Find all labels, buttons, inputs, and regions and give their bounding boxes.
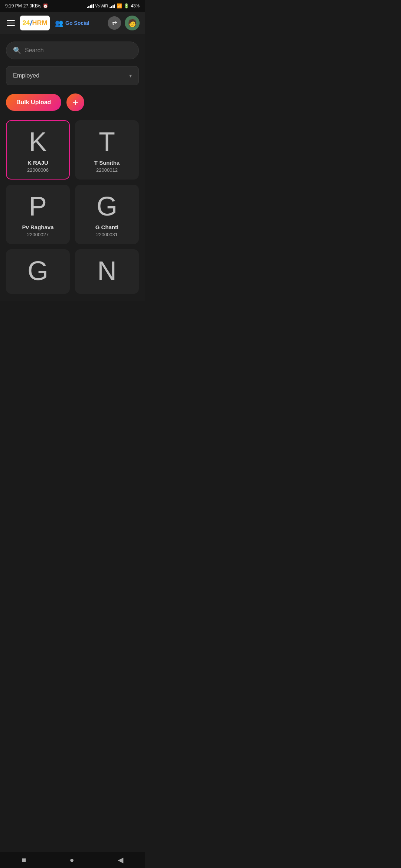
network-speed: 27.0KB/s [23,3,42,9]
signal-strength [87,4,94,8]
action-row: Bulk Upload + [6,93,139,111]
search-input[interactable] [25,47,132,54]
employee-name-0: K RAJU [27,160,48,166]
search-icon: 🔍 [13,46,21,55]
employee-id-3: 22000031 [96,232,118,237]
vo-wifi-label: Vo WiFi [95,4,108,8]
battery-icon: 🔋 [124,3,129,9]
employee-card-0[interactable]: K K RAJU 22000006 [6,120,70,180]
app-logo[interactable]: 24 / HRM [20,16,50,30]
add-employee-button[interactable]: + [66,93,84,111]
filter-dropdown[interactable]: Employed ▾ [6,66,139,85]
status-left: 9:19 PM 27.0KB/s ⏰ [5,3,48,9]
alarm-icon: ⏰ [43,3,48,9]
bulk-upload-button[interactable]: Bulk Upload [6,94,61,111]
chevron-down-icon: ▾ [129,73,132,79]
employee-name-3: G Chanti [95,224,119,230]
swap-button[interactable]: ⇄ [108,16,121,30]
employee-id-0: 22000006 [27,167,49,173]
status-bar: 9:19 PM 27.0KB/s ⏰ Vo WiFi 📶 🔋 43% [0,0,145,12]
status-right: Vo WiFi 📶 🔋 43% [87,3,140,9]
logo-hrm: HRM [32,20,48,26]
employee-card-2[interactable]: P Pv Raghava 22000027 [6,185,70,244]
time-display: 9:19 PM [5,3,22,9]
search-bar[interactable]: 🔍 [6,42,139,59]
go-social-icon: 👥 [55,19,63,27]
filter-label: Employed [13,72,39,79]
wifi-icon: 📶 [117,3,122,9]
employee-initial-5: N [97,257,117,284]
employee-name-1: T Sunitha [94,160,120,166]
employee-id-1: 22000012 [96,167,118,173]
user-avatar[interactable]: 🧑 [125,16,140,30]
nav-right: ⇄ 🧑 [108,16,140,30]
main-content: 🔍 Employed ▾ Bulk Upload + K K RAJU 2200… [0,34,145,301]
avatar-image: 🧑 [128,19,137,27]
logo-24: 24 [22,20,30,26]
swap-icon: ⇄ [112,19,117,26]
employee-card-5[interactable]: N [75,249,139,294]
employee-card-1[interactable]: T T Sunitha 22000012 [75,120,139,180]
add-icon: + [73,97,78,108]
employee-name-2: Pv Raghava [22,224,53,230]
employee-initial-0: K [29,128,47,155]
hamburger-menu[interactable] [5,19,16,27]
navbar: 24 / HRM 👥 Go Social ⇄ 🧑 [0,12,145,34]
employee-initial-3: G [97,193,117,220]
employee-grid: K K RAJU 22000006 T T Sunitha 22000012 P… [6,120,139,294]
go-social-button[interactable]: 👥 Go Social [55,19,89,27]
employee-initial-2: P [29,193,47,220]
bulk-upload-label: Bulk Upload [16,99,51,105]
employee-initial-4: G [27,257,48,284]
battery-percent: 43% [131,3,140,9]
go-social-label: Go Social [65,20,89,26]
employee-id-2: 22000027 [27,232,49,237]
signal-strength-2 [110,4,115,8]
employee-card-4[interactable]: G [6,249,70,294]
employee-initial-1: T [99,128,115,155]
employee-card-3[interactable]: G G Chanti 22000031 [75,185,139,244]
